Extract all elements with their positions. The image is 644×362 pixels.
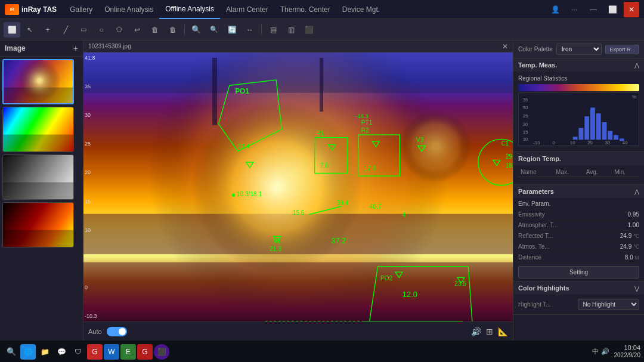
svg-text:23.5: 23.5 xyxy=(454,280,466,287)
svg-text:10.3/18.1: 10.3/18.1 xyxy=(237,191,262,197)
grid-view-btn[interactable]: ▤ xyxy=(265,22,281,38)
svg-marker-0 xyxy=(219,80,282,151)
grid-toggle-icon[interactable]: ⊞ xyxy=(486,327,493,336)
region-temp-title: Region Temp. xyxy=(518,155,561,162)
taskbar-shield-icon[interactable]: 🛡 xyxy=(70,344,86,360)
svg-text:PT1: PT1 xyxy=(361,119,373,126)
palette-select[interactable]: Iron xyxy=(556,44,602,55)
delete-btn[interactable]: 🗑 xyxy=(147,22,163,38)
svg-marker-15 xyxy=(418,146,426,151)
image-close-btn[interactable]: ✕ xyxy=(502,42,508,51)
svg-text:10: 10 xyxy=(570,140,575,146)
more-options-icon[interactable]: ··· xyxy=(566,2,582,17)
taskbar-browser-icon[interactable]: 🌐 xyxy=(20,344,36,360)
list-item[interactable] xyxy=(2,59,74,104)
taskbar-game-icon[interactable]: G xyxy=(137,344,153,360)
col-avg: Avg. xyxy=(584,168,612,177)
list-item[interactable] xyxy=(2,154,74,200)
select-tool-btn[interactable]: ⬜ xyxy=(4,22,20,38)
menu-offline-analysis[interactable]: Offline Analysis xyxy=(159,0,220,19)
svg-text:PO2: PO2 xyxy=(380,275,393,281)
taskbar-app1-icon[interactable]: ⬛ xyxy=(154,344,169,360)
svg-text:39.4: 39.4 xyxy=(336,200,348,206)
svg-rect-46 xyxy=(573,137,578,140)
svg-text:4: 4 xyxy=(402,212,406,218)
svg-text:17.9: 17.9 xyxy=(364,165,376,172)
flip-btn[interactable]: ↔ xyxy=(242,22,258,38)
list-item[interactable]: 1 xyxy=(2,107,74,152)
svg-text:R1: R1 xyxy=(316,130,324,137)
color-highlights-header[interactable]: Color Highlights ⋁ xyxy=(513,281,644,295)
taskbar-excel-icon[interactable]: E xyxy=(120,344,136,360)
menu-device-mgt[interactable]: Device Mgt. xyxy=(336,0,386,19)
regional-stats-title: Regional Statistics xyxy=(518,75,639,82)
reflected-label: Reflected T... xyxy=(518,233,553,239)
svg-marker-9 xyxy=(329,145,336,150)
svg-marker-13 xyxy=(372,141,379,147)
distance-label: Distance xyxy=(518,254,541,261)
add-image-btn[interactable]: + xyxy=(73,44,78,53)
split-view-btn[interactable]: ▥ xyxy=(283,22,299,38)
atmosphere-value: 1.00 xyxy=(628,222,639,228)
maximize-button[interactable]: ⬜ xyxy=(605,2,620,17)
rect-tool-btn[interactable]: ▭ xyxy=(75,22,92,38)
list-item[interactable] xyxy=(2,202,74,247)
parameters-header[interactable]: Parameters ⋀ xyxy=(513,185,644,198)
svg-rect-48 xyxy=(584,116,589,140)
region-temp-header[interactable]: Region Temp. xyxy=(513,152,644,165)
col-min: Min. xyxy=(612,168,639,177)
menu-online-analysis[interactable]: Online Analysis xyxy=(98,0,159,19)
date-display: 2022/9/20 xyxy=(614,352,641,359)
svg-rect-47 xyxy=(579,128,584,140)
zoom-out-btn[interactable]: 🔍 xyxy=(206,22,222,38)
taskbar-word-icon[interactable]: W xyxy=(104,344,119,360)
temp-meas-header[interactable]: Temp. Meas. ⋀ xyxy=(513,58,644,72)
circle-tool-btn[interactable]: ○ xyxy=(93,22,110,38)
taskbar-box-icon[interactable]: G xyxy=(87,344,103,360)
taskbar-chat-icon[interactable]: 💬 xyxy=(54,344,69,360)
highlight-select[interactable]: No Highlight xyxy=(578,299,640,310)
rotate-btn[interactable]: 🔄 xyxy=(224,22,240,38)
highlight-temp-label: Highlight T... xyxy=(518,301,574,308)
taskbar-files-icon[interactable]: 📁 xyxy=(37,344,52,360)
setting-button[interactable]: Setting xyxy=(518,266,639,279)
svg-text:R2: R2 xyxy=(361,127,369,134)
svg-text:15: 15 xyxy=(523,129,528,135)
menu-thermo-center[interactable]: Thermo. Center xyxy=(274,0,336,19)
menu-alarm-center[interactable]: Alarm Center xyxy=(220,0,274,19)
svg-text:15.6: 15.6 xyxy=(293,209,305,216)
color-highlights-expand-icon: ⋁ xyxy=(634,285,639,292)
parameters-collapse-icon: ⋀ xyxy=(634,188,639,195)
temp-meas-title: Temp. Meas. xyxy=(518,61,557,69)
delete-all-btn[interactable]: 🗑 xyxy=(165,22,181,38)
auto-toggle[interactable] xyxy=(107,327,127,336)
top-menu-bar: iR inRay TAS Gallery Online Analysis Off… xyxy=(0,0,644,19)
svg-rect-50 xyxy=(596,113,601,140)
svg-text:35: 35 xyxy=(523,97,528,103)
svg-text:20: 20 xyxy=(587,140,593,146)
export-button[interactable]: Export R... xyxy=(605,45,639,54)
taskbar-clock: 10:04 2022/9/20 xyxy=(614,344,641,359)
3d-view-btn[interactable]: ⬛ xyxy=(301,22,317,38)
cursor-tool-btn[interactable]: ↖ xyxy=(21,22,38,38)
svg-rect-53 xyxy=(614,135,618,140)
svg-rect-52 xyxy=(608,131,612,140)
zoom-in-btn[interactable]: 🔍 xyxy=(188,22,205,38)
taskbar-search-icon[interactable]: 🔍 xyxy=(4,344,19,360)
svg-text:12.0: 12.0 xyxy=(402,290,417,299)
svg-rect-51 xyxy=(602,122,607,140)
close-button[interactable]: ✕ xyxy=(624,2,639,17)
undo-btn[interactable]: ↩ xyxy=(129,22,145,38)
svg-text:20: 20 xyxy=(523,122,528,127)
add-point-btn[interactable]: + xyxy=(39,22,56,38)
emissivity-label: Emissivity xyxy=(518,211,544,218)
line-tool-btn[interactable]: ╱ xyxy=(57,22,74,38)
menu-gallery[interactable]: Gallery xyxy=(64,0,98,19)
minimize-button[interactable]: — xyxy=(586,2,601,17)
svg-text:37.2: 37.2 xyxy=(331,236,346,245)
region-temp-section: Region Temp. Name Max. Avg. Min. xyxy=(513,152,644,185)
measure-icon[interactable]: 📐 xyxy=(498,327,508,336)
user-icon[interactable]: 👤 xyxy=(547,2,563,17)
audio-icon[interactable]: 🔊 xyxy=(471,327,481,336)
polygon-tool-btn[interactable]: ⬠ xyxy=(111,22,128,38)
